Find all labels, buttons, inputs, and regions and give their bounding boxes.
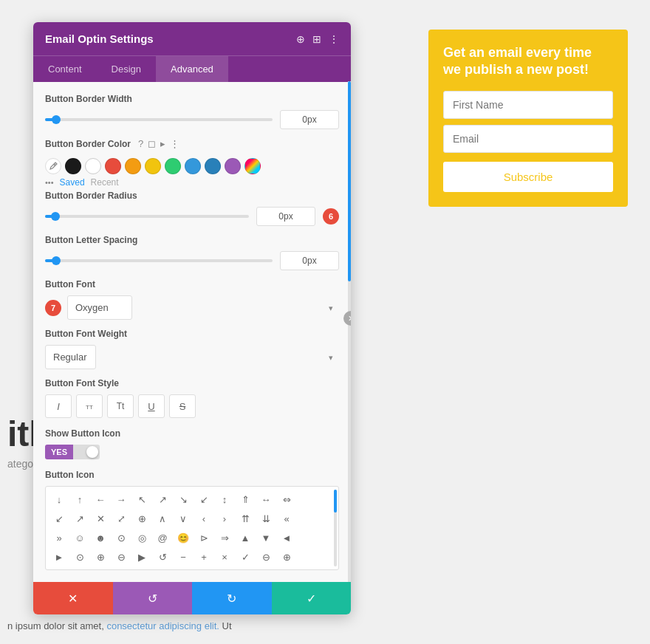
color-black[interactable] <box>65 158 81 174</box>
email-widget-email-input[interactable] <box>443 125 613 153</box>
button-border-width-value[interactable] <box>280 110 339 129</box>
icon-down-double[interactable]: ⇊ <box>256 509 276 528</box>
icon-arrow-sw[interactable]: ↙ <box>49 509 69 528</box>
icon-cross[interactable]: × <box>214 547 235 566</box>
color-dark-blue[interactable] <box>205 158 221 174</box>
icon-cross-arrows[interactable]: ✕ <box>90 509 111 528</box>
icon-arrow-up[interactable]: ↑ <box>69 490 90 509</box>
color-blue[interactable] <box>185 158 201 174</box>
icon-arrow-upright[interactable]: ↗ <box>152 490 173 509</box>
eyedropper-swatch[interactable] <box>45 158 61 174</box>
icon-arrow-downleft[interactable]: ↙ <box>194 490 214 509</box>
bg-lorem-link[interactable]: consectetur adipiscing elit. <box>106 620 219 631</box>
font-style-italic[interactable]: I <box>45 394 72 418</box>
button-border-width-thumb[interactable] <box>52 115 61 124</box>
icon-right-small[interactable]: › <box>214 509 235 528</box>
saved-color-tab[interactable]: Saved <box>60 177 85 188</box>
icon-circle-minus2[interactable]: ⊖ <box>256 547 276 566</box>
icon-arrow-tall-up[interactable]: ⇑ <box>235 490 256 509</box>
icon-circle-dot[interactable]: ⊙ <box>69 547 90 566</box>
more-color-icon[interactable]: ⋮ <box>170 138 179 149</box>
icon-at[interactable]: @ <box>152 528 173 547</box>
button-font-weight-select[interactable]: Regular Thin Light Medium Bold Black <box>45 345 96 369</box>
icon-grid-scrollbar[interactable] <box>334 490 337 566</box>
tab-design[interactable]: Design <box>97 56 156 82</box>
icon-arrow-updown[interactable]: ↕ <box>214 490 235 509</box>
icon-arrow-left[interactable]: ← <box>90 490 111 509</box>
icon-smiley[interactable]: ☺ <box>69 528 90 547</box>
font-style-underline[interactable]: U <box>138 394 165 418</box>
color-gradient[interactable] <box>244 158 261 174</box>
icon-up-small[interactable]: ∧ <box>152 509 173 528</box>
font-style-strikethrough[interactable]: S <box>169 394 196 418</box>
button-letter-spacing-track[interactable] <box>45 259 273 262</box>
panel-scrollbar[interactable] <box>348 81 351 582</box>
font-style-titlecase[interactable]: Tt <box>107 394 134 418</box>
icon-target[interactable]: ◎ <box>131 528 152 547</box>
icon-arrow-right[interactable]: → <box>111 490 131 509</box>
icon-tri-up[interactable]: ▲ <box>235 528 256 547</box>
cancel-button[interactable]: ✕ <box>33 582 113 614</box>
button-border-radius-value[interactable] <box>256 207 315 226</box>
icon-arrow-upleft[interactable]: ↖ <box>131 490 152 509</box>
icon-circle-right[interactable]: ⊳ <box>194 528 214 547</box>
icon-plus[interactable]: + <box>194 547 214 566</box>
button-letter-spacing-thumb[interactable] <box>52 256 61 265</box>
eyedropper-icon[interactable]: ◻ <box>148 138 156 149</box>
reset-button[interactable]: ↺ <box>113 582 193 614</box>
icon-circle-minus[interactable]: ⊖ <box>111 547 131 566</box>
tab-advanced[interactable]: Advanced <box>156 56 228 82</box>
toggle-slider[interactable] <box>73 445 100 459</box>
confirm-button[interactable]: ✓ <box>272 582 352 614</box>
icon-circle-plus2[interactable]: ⊕ <box>276 547 297 566</box>
button-border-width-track[interactable] <box>45 118 273 121</box>
color-red[interactable] <box>105 158 121 174</box>
help-icon[interactable]: ? <box>138 138 143 149</box>
bg-lorem-after: Ut <box>222 620 232 631</box>
icon-smiley2[interactable]: ☻ <box>90 528 111 547</box>
button-letter-spacing-value[interactable] <box>280 251 339 270</box>
icon-move[interactable]: ⊕ <box>131 509 152 528</box>
more-options-icon[interactable]: ⋮ <box>329 33 339 45</box>
redo-button[interactable]: ↻ <box>192 582 272 614</box>
icon-undo[interactable]: ↺ <box>152 547 173 566</box>
color-green[interactable] <box>165 158 181 174</box>
color-purple[interactable] <box>225 158 241 174</box>
icon-tri-right[interactable]: ► <box>49 547 69 566</box>
color-orange[interactable] <box>125 158 141 174</box>
icon-smile-face[interactable]: 😊 <box>173 528 194 547</box>
icon-circle-arrow[interactable]: ⊙ <box>111 528 131 547</box>
icon-tri-left[interactable]: ◄ <box>276 528 297 547</box>
icon-circle-plus[interactable]: ⊕ <box>90 547 111 566</box>
button-font-select[interactable]: Oxygen Open Sans Roboto Lato <box>67 295 132 320</box>
icon-left-small[interactable]: ‹ <box>194 509 214 528</box>
button-border-radius-thumb[interactable] <box>51 212 60 221</box>
tab-content[interactable]: Content <box>33 56 97 82</box>
icon-arrow-downright[interactable]: ↘ <box>173 490 194 509</box>
show-button-icon-toggle[interactable]: YES <box>45 445 339 459</box>
icon-diag-arrows[interactable]: ⤢ <box>111 509 131 528</box>
split-view-icon[interactable]: ⊞ <box>312 33 321 45</box>
email-widget-firstname-input[interactable] <box>443 91 613 119</box>
target-icon[interactable]: ⊕ <box>296 33 305 45</box>
font-style-uppercase[interactable]: TT <box>76 394 103 418</box>
icon-arrow-ne[interactable]: ↗ <box>69 509 90 528</box>
button-border-radius-track[interactable] <box>45 215 249 218</box>
recent-color-tab[interactable]: Recent <box>91 177 119 188</box>
icon-right-double[interactable]: » <box>49 528 69 547</box>
icon-check[interactable]: ✓ <box>235 547 256 566</box>
icon-right-arrow-circle[interactable]: ⇒ <box>214 528 235 547</box>
icon-tri-down[interactable]: ▼ <box>256 528 276 547</box>
email-widget-subscribe-btn[interactable]: Subscribe <box>443 162 613 192</box>
color-yellow[interactable] <box>145 158 161 174</box>
icon-arrow-lr2[interactable]: ↔ <box>256 490 276 509</box>
icon-minus[interactable]: − <box>173 547 194 566</box>
color-white[interactable] <box>85 158 101 174</box>
icon-arrows-lr[interactable]: ⇔ <box>276 490 297 509</box>
icon-down-small[interactable]: ∨ <box>173 509 194 528</box>
icon-arrow-down[interactable]: ↓ <box>49 490 69 509</box>
pointer-icon[interactable]: ▸ <box>160 138 165 149</box>
icon-up-double[interactable]: ⇈ <box>235 509 256 528</box>
icon-play[interactable]: ▶ <box>131 547 152 566</box>
icon-left-double[interactable]: « <box>276 509 297 528</box>
